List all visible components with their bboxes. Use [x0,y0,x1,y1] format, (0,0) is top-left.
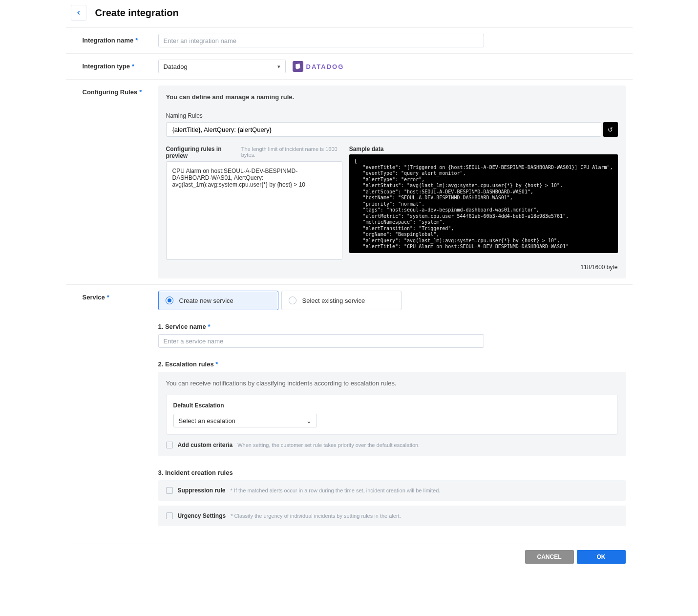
step-service-name: 1. Service name * [158,323,626,330]
preview-label: Configuring rules in preview [166,146,237,159]
create-new-service-radio[interactable]: Create new service [158,291,278,310]
integration-type-value: Datadog [164,63,188,70]
naming-rules-input[interactable] [166,122,601,137]
back-button[interactable] [71,5,86,21]
byte-count: 118/1600 byte [166,264,618,271]
chevron-down-icon: ⌄ [306,417,312,425]
add-custom-criteria-hint: When setting, the customer set rule take… [237,442,420,448]
service-name-input[interactable] [158,334,484,348]
suppression-rule-label: Suppression rule [178,487,226,494]
urgency-settings-hint: * Classify the urgency of individual inc… [231,513,401,519]
escalation-select[interactable]: Select an escalation ⌄ [173,414,317,427]
reset-icon: ↺ [608,126,613,133]
preview-hint: The length limit of incident name is 160… [241,146,342,158]
integration-name-input[interactable] [158,34,484,47]
datadog-logo: DATADOG [293,61,344,72]
add-custom-criteria-checkbox[interactable] [166,442,173,448]
naming-rules-label: Naming Rules [166,112,618,119]
cancel-button[interactable]: CANCEL [525,550,574,564]
datadog-icon [293,61,303,72]
urgency-settings-checkbox[interactable] [166,512,173,519]
ok-button[interactable]: OK [577,550,626,564]
select-existing-service-radio[interactable]: Select existing service [281,291,402,310]
radio-dot-icon [166,297,173,304]
radio-dot-icon [289,297,296,304]
escalation-help-text: You can receive notifications by classif… [166,380,618,387]
default-escalation-label: Default Escalation [173,402,611,409]
page-title: Create integration [95,7,179,19]
urgency-settings-label: Urgency Settings [178,512,226,519]
step-escalation-rules: 2. Escalation rules * [158,361,626,368]
suppression-rule-checkbox[interactable] [166,487,173,494]
sample-data-panel[interactable]: { "eventTitle": "[Triggered on {host:SEO… [349,154,618,253]
configuring-rules-label: Configuring Rules* [66,85,158,278]
sample-data-label: Sample data [349,146,384,152]
integration-type-label: Integration type* [66,60,158,73]
suppression-rule-hint: * If the matched alerts occur in a row d… [231,488,441,493]
chevron-down-icon: ▾ [277,64,280,70]
service-label: Service* [66,291,158,531]
reset-button[interactable]: ↺ [603,122,618,137]
preview-panel: CPU Alarm on host:SEOUL-A-DEV-BESPINMD-D… [166,161,342,260]
add-custom-criteria-label: Add custom criteria [178,442,233,448]
step-incident-creation-rules: 3. Incident creation rules [158,469,626,476]
integration-type-select[interactable]: Datadog ▾ [158,60,286,73]
rules-help-text: You can define and manage a naming rule. [166,93,618,101]
integration-name-label: Integration name* [66,34,158,47]
